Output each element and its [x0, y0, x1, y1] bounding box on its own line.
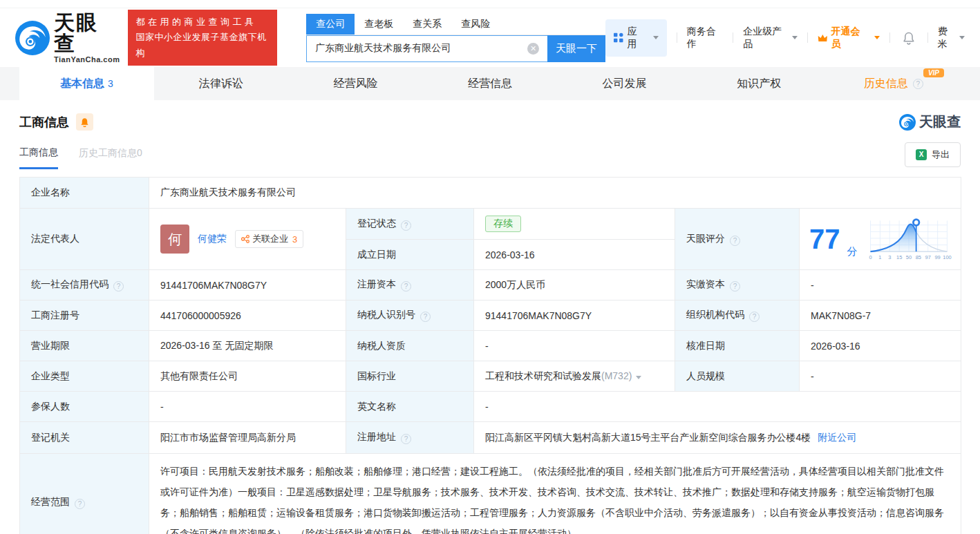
- taxpayer-quality-value: -: [474, 331, 675, 361]
- tab-company-development[interactable]: 公司发展: [557, 67, 692, 100]
- search-input[interactable]: [306, 35, 547, 62]
- chevron-down-icon: [959, 36, 965, 39]
- reg-status-label: 登记状态?: [346, 209, 474, 240]
- section-title: 工商信息: [19, 114, 69, 131]
- org-code-label: 组织机构代码?: [675, 301, 800, 331]
- establish-date-value: 2026-03-16: [474, 240, 675, 270]
- menu-divider: [927, 32, 928, 43]
- help-icon[interactable]: ?: [75, 499, 85, 509]
- business-term-value: 2026-03-16 至 无固定期限: [149, 331, 346, 361]
- table-row: 企业类型 其他有限责任公司 国标行业 工程和技术研究和试验发展(M732) 人员…: [20, 361, 961, 392]
- english-name-label: 英文名称: [346, 392, 474, 422]
- promo-banner: 都在用的商业查询工具 国家中小企业发展子基金旗下机构: [128, 10, 277, 65]
- org-chart-icon: [241, 235, 249, 243]
- business-info-table: 企业名称 广东商业航天技术服务有限公司 法定代表人 何 何健荣 关联企业 3: [19, 177, 961, 534]
- company-name-label: 企业名称: [20, 178, 149, 209]
- search-button[interactable]: 天眼一下: [547, 35, 605, 62]
- tab-operation-info[interactable]: 经营信息: [423, 67, 558, 100]
- logo-text: 天眼查: [54, 12, 120, 54]
- help-icon[interactable]: ?: [401, 220, 411, 231]
- excel-icon: X: [916, 149, 927, 160]
- chevron-down-icon: [874, 36, 880, 39]
- crown-icon: [818, 33, 828, 43]
- help-icon[interactable]: ?: [420, 312, 431, 322]
- chevron-down-icon[interactable]: [636, 376, 641, 379]
- subtab-history-business-info[interactable]: 历史工商信息0: [79, 147, 142, 168]
- help-icon[interactable]: ?: [730, 236, 740, 246]
- user-menu[interactable]: 费米: [938, 26, 965, 50]
- paid-capital-label: 实缴资本?: [675, 270, 800, 301]
- tianyancha-watermark-icon: [899, 114, 916, 131]
- apps-menu-button[interactable]: 应用: [605, 19, 667, 57]
- reg-authority-label: 登记机关: [20, 422, 149, 454]
- status-badge: 存续: [485, 216, 521, 232]
- table-row: 经营范围? 许可项目：民用航天发射技术服务；船舶改装；船舶修理；港口经营；建设工…: [20, 454, 961, 534]
- company-type-label: 企业类型: [20, 361, 149, 392]
- search-tab-company[interactable]: 查公司: [306, 14, 355, 35]
- help-icon[interactable]: ?: [749, 312, 760, 322]
- score-marker-pin-icon: [913, 220, 919, 226]
- help-icon[interactable]: ?: [401, 434, 411, 444]
- tianyancha-logo[interactable]: 天眼查 TianYanCha.com: [15, 12, 120, 64]
- tab-basic-info-label: 基本信息: [60, 77, 104, 91]
- search-tabs: 查公司 查老板 查关系 查风险: [306, 14, 605, 35]
- subtab-business-info[interactable]: 工商信息: [19, 146, 58, 169]
- svg-text:99: 99: [934, 254, 940, 260]
- enterprise-products-label: 企业级产品: [743, 26, 788, 50]
- menu-divider: [733, 32, 733, 43]
- apps-menu-label: 应用: [628, 26, 645, 50]
- export-button-label: 导出: [932, 149, 950, 161]
- open-vip-label: 开通会员: [831, 26, 867, 50]
- tab-intellectual-property[interactable]: 知识产权: [692, 67, 827, 100]
- tab-operation-risk[interactable]: 经营风险: [288, 67, 423, 100]
- chevron-down-icon: [653, 36, 659, 39]
- legal-rep-name-link[interactable]: 何健荣: [198, 233, 227, 245]
- legal-rep-cell: 何 何健荣 关联企业 3: [149, 209, 346, 270]
- staff-size-value: -: [800, 361, 961, 392]
- legal-rep-avatar[interactable]: 何: [160, 225, 189, 254]
- help-icon[interactable]: ?: [730, 281, 740, 292]
- related-companies-badge[interactable]: 关联企业 3: [235, 230, 303, 248]
- watermark-text: 天眼查: [919, 113, 961, 131]
- chevron-down-icon: [792, 36, 798, 39]
- table-row: 统一社会信用代码? 91441706MAK7N08G7Y 注册资本? 2000万…: [20, 270, 961, 301]
- promo-line-2: 国家中小企业发展子基金旗下机构: [135, 30, 270, 60]
- search-tab-relation[interactable]: 查关系: [403, 14, 451, 35]
- svg-text:0: 0: [869, 254, 871, 260]
- menu-divider: [677, 32, 677, 43]
- header-menu: 应用 商务合作 企业级产品 开通会员 费米: [605, 19, 965, 57]
- svg-text:100: 100: [943, 254, 951, 260]
- help-icon[interactable]: ?: [401, 281, 411, 292]
- reg-number-label: 工商注册号: [20, 301, 149, 331]
- search-tab-boss[interactable]: 查老板: [355, 14, 403, 35]
- export-button[interactable]: X 导出: [905, 142, 961, 167]
- industry-value: 工程和技术研究和试验发展(M732): [474, 361, 675, 392]
- search-tab-risk[interactable]: 查风险: [451, 14, 500, 35]
- paid-capital-value: -: [800, 270, 961, 301]
- help-icon[interactable]: ?: [913, 79, 923, 89]
- search-area: 查公司 查老板 查关系 查风险 ✕ 天眼一下: [306, 14, 605, 62]
- promo-line-1: 都在用的商业查询工具: [135, 15, 270, 30]
- notifications-bell-icon[interactable]: [903, 31, 915, 45]
- open-vip-button[interactable]: 开通会员: [818, 26, 880, 50]
- clear-search-icon[interactable]: ✕: [527, 43, 539, 55]
- tab-history-info[interactable]: 历史信息 ? VIP: [826, 67, 961, 100]
- nearby-companies-link[interactable]: 附近公司: [818, 432, 856, 443]
- score-distribution-chart: 0 1 3 15 50 85 97 99 100: [865, 217, 953, 261]
- taxpayer-id-label: 纳税人识别号?: [346, 301, 474, 331]
- reg-address-label: 注册地址?: [346, 422, 474, 454]
- monitor-bell-button[interactable]: [76, 113, 93, 131]
- tyc-score-label: 天眼评分?: [675, 209, 800, 270]
- table-row: 登记机关 阳江市市场监督管理局高新分局 注册地址? 阳江高新区平冈镇大魁村高新大…: [20, 422, 961, 454]
- tianyancha-watermark: 天眼查: [899, 113, 961, 131]
- tab-legal-proceedings[interactable]: 法律诉讼: [154, 67, 289, 100]
- taxpayer-id-value: 91441706MAK7N08G7Y: [474, 301, 675, 331]
- apps-grid-icon: [614, 32, 623, 43]
- help-icon[interactable]: ?: [113, 281, 124, 292]
- business-cooperation-link[interactable]: 商务合作: [687, 26, 724, 50]
- enterprise-products-menu[interactable]: 企业级产品: [743, 26, 798, 50]
- approval-date-value: 2026-03-16: [800, 331, 961, 361]
- establish-date-label: 成立日期: [346, 240, 474, 270]
- tab-basic-info[interactable]: 基本信息 3: [19, 67, 154, 100]
- industry-label: 国标行业: [346, 361, 474, 392]
